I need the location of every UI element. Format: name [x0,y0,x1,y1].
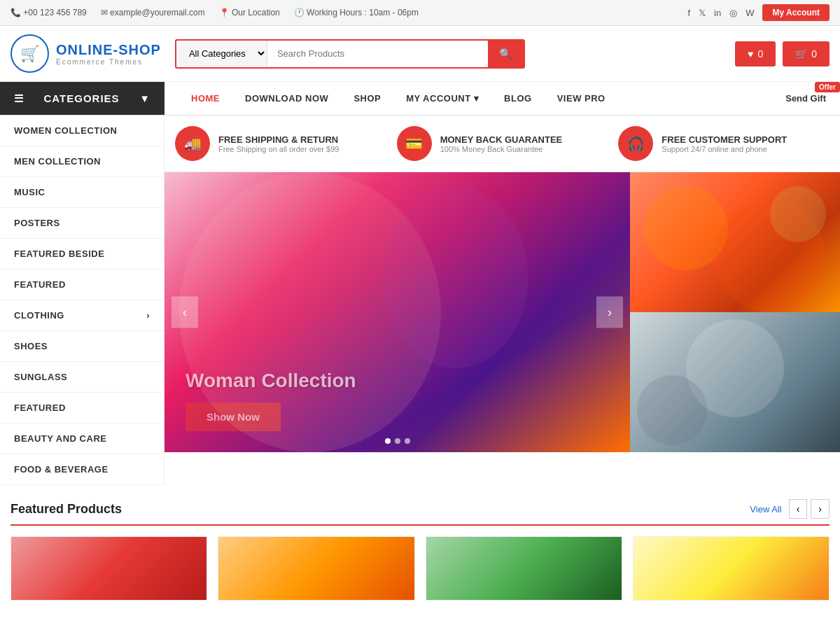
hero-section: Woman Collection Show Now ‹ › [164,172,840,452]
shipping-icon: 🚚 [175,126,210,161]
nav-account[interactable]: MY ACCOUNT ▾ [393,82,491,115]
sidebar-item-sunglass[interactable]: SUNGLASS [0,362,164,393]
sidebar-item-clothing[interactable]: CLOTHING › [0,300,164,331]
offer-badge: Offer [815,82,840,92]
sidebar-item-music[interactable]: MUSIC [0,177,164,208]
location: 📍 Our Location [219,8,280,18]
side-images [630,172,840,452]
feature-shipping-desc: Free Shipping on all order over $99 [218,145,339,153]
navbar: ☰ CATEGORIES ▼ HOME DOWNLOAD NOW SHOP MY… [0,82,840,115]
wordpress-icon[interactable]: W [746,8,754,18]
clothing-arrow-icon: › [146,310,150,321]
wishlist-button[interactable]: ♥ 0 [735,41,776,66]
sidebar-item-posters[interactable]: POSTERS [0,208,164,239]
content-area: 🚚 FREE SHIPPING & RETURN Free Shipping o… [164,115,840,485]
feature-support: 🎧 FREE CUSTOMER SUPPORT Support 24/7 onl… [618,126,830,161]
products-next-button[interactable]: › [811,499,830,519]
product-image-1 [11,537,206,600]
svg-point-2 [383,186,528,368]
email: ✉ example@youremail.com [101,8,205,18]
categories-label: CATEGORIES [44,92,120,104]
svg-point-9 [637,375,707,445]
categories-button[interactable]: ☰ CATEGORIES ▼ [0,82,164,115]
sidebar-item-featured-1[interactable]: FEATURED [0,270,164,300]
featured-section: Featured Products View All ‹ › [0,485,840,615]
section-title: Featured Products [10,502,122,517]
hours: 🕐 Working Hours : 10am - 06pm [294,8,419,18]
feature-banners: 🚚 FREE SHIPPING & RETURN Free Shipping o… [164,115,840,172]
nav-shop[interactable]: SHOP [341,82,393,115]
product-card-2[interactable] [218,536,414,601]
products-grid [10,536,830,601]
logo-text: ONLINE-SHOP Ecommerce Themes [56,42,161,66]
feature-shipping-title: FREE SHIPPING & RETURN [218,134,339,145]
support-icon: 🎧 [618,126,653,161]
twitter-icon[interactable]: 𝕏 [699,8,706,18]
phone: 📞 +00 123 456 789 [10,8,87,18]
logo-name: ONLINE-SHOP [56,42,161,58]
feature-moneyback-desc: 100% Money Back Guarantee [440,145,563,153]
sidebar-item-beauty[interactable]: BEAUTY AND CARE [0,424,164,454]
slider-prev-button[interactable]: ‹ [172,297,198,328]
sidebar-item-food[interactable]: FOOD & BEVERAGE [0,454,164,485]
product-image-3 [426,537,622,600]
product-image-2 [218,537,414,600]
search-button[interactable]: 🔍 [488,41,524,67]
product-card-3[interactable] [426,536,622,601]
main-layout: WOMEN COLLECTION MEN COLLECTION MUSIC PO… [0,115,840,485]
feature-support-text: FREE CUSTOMER SUPPORT Support 24/7 onlin… [662,134,787,153]
search-area: All Categories Women Men Clothing 🔍 [175,39,525,69]
cart-button[interactable]: 🛒 0 [783,41,830,66]
categories-chevron-icon: ▼ [139,92,150,104]
section-header: Featured Products View All ‹ › [10,499,830,526]
slider-dots [385,438,410,444]
product-card-1[interactable] [10,536,207,601]
slider-next-button[interactable]: › [596,297,623,328]
nav-viewpro[interactable]: VIEW PRO [545,82,618,115]
sidebar-item-women-collection[interactable]: WOMEN COLLECTION [0,115,164,146]
moneyback-icon: 💳 [397,126,432,161]
side-image-2[interactable] [630,312,840,452]
linkedin-icon[interactable]: in [714,8,721,18]
products-prev-button[interactable]: ‹ [789,499,808,519]
feature-moneyback-title: MONEY BACK GUARANTEE [440,134,563,145]
send-gift[interactable]: Offer Send Gift [771,82,840,115]
dot-1[interactable] [385,438,391,444]
nav-blog[interactable]: BLOG [491,82,545,115]
my-account-button[interactable]: My Account [762,4,830,21]
logo-subtitle: Ecommerce Themes [56,58,161,66]
sidebar-item-shoes[interactable]: SHOES [0,331,164,362]
logo-icon: 🛒 [10,34,49,73]
sidebar-item-featured-2[interactable]: FEATURED [0,393,164,424]
account-chevron-icon: ▾ [474,93,479,104]
category-select[interactable]: All Categories Women Men Clothing [176,41,267,66]
nav-links: HOME DOWNLOAD NOW SHOP MY ACCOUNT ▾ BLOG… [164,82,771,115]
feature-shipping-text: FREE SHIPPING & RETURN Free Shipping on … [218,134,339,153]
header-icons: ♥ 0 🛒 0 [735,41,830,66]
header: 🛒 ONLINE-SHOP Ecommerce Themes All Categ… [0,26,840,82]
heart-icon: ♥ [748,48,753,59]
feature-moneyback-text: MONEY BACK GUARANTEE 100% Money Back Gua… [440,134,563,153]
nav-download[interactable]: DOWNLOAD NOW [232,82,341,115]
feature-shipping: 🚚 FREE SHIPPING & RETURN Free Shipping o… [175,126,386,161]
hero-image: Woman Collection Show Now [164,172,630,452]
product-card-4[interactable] [633,536,830,601]
dot-3[interactable] [405,438,410,444]
svg-point-6 [770,186,826,242]
nav-arrows: ‹ › [789,499,830,519]
cart-icon: 🛒 [795,48,807,59]
facebook-icon[interactable]: f [687,8,690,18]
section-header-right: View All ‹ › [750,499,830,519]
top-bar: 📞 +00 123 456 789 ✉ example@youremail.co… [0,0,840,26]
instagram-icon[interactable]: ◎ [729,8,737,18]
search-input[interactable] [267,41,488,66]
side-image-1[interactable] [630,172,840,312]
sidebar-item-men-collection[interactable]: MEN COLLECTION [0,146,164,177]
view-all-link[interactable]: View All [750,504,781,514]
sidebar: WOMEN COLLECTION MEN COLLECTION MUSIC PO… [0,115,164,485]
logo-area: 🛒 ONLINE-SHOP Ecommerce Themes [10,34,161,73]
nav-home[interactable]: HOME [178,82,232,115]
dot-2[interactable] [395,438,400,444]
sidebar-item-featured-beside[interactable]: FEATURED BESIDE [0,239,164,270]
feature-support-desc: Support 24/7 online and phone [662,145,787,153]
